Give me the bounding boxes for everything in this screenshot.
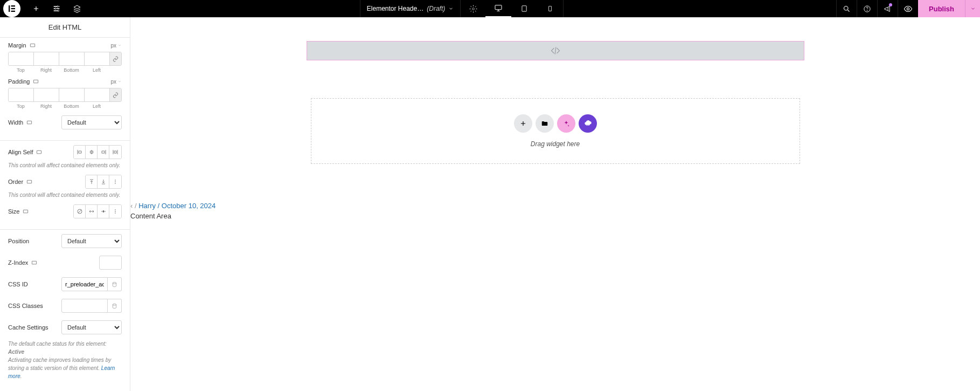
layers-icon [73, 4, 81, 13]
notification-dot [889, 3, 892, 6]
eye-icon [903, 4, 913, 13]
svg-point-16 [907, 8, 909, 10]
elementor-icon [7, 4, 17, 13]
svg-point-12 [550, 10, 551, 11]
top-bar: Elementor Heade… (Draft) Publish [0, 0, 980, 17]
svg-rect-3 [11, 11, 16, 12]
gear-icon [469, 5, 477, 13]
add-element-button[interactable] [26, 0, 46, 17]
whats-new-button[interactable] [877, 0, 898, 17]
help-icon [863, 5, 871, 13]
desktop-icon [494, 4, 503, 12]
preview-button[interactable] [898, 0, 918, 17]
mobile-icon [547, 4, 553, 13]
document-status: (Draft) [427, 5, 445, 12]
svg-rect-1 [11, 5, 16, 6]
help-button[interactable] [857, 0, 877, 17]
chevron-down-icon [448, 6, 454, 11]
page-settings-button[interactable] [463, 0, 483, 17]
device-tablet[interactable] [511, 0, 537, 17]
svg-point-7 [472, 8, 474, 10]
sliders-icon [52, 4, 61, 13]
svg-point-15 [867, 10, 867, 10]
structure-button[interactable] [67, 0, 87, 17]
device-desktop[interactable] [485, 0, 511, 17]
chevron-down-icon [970, 6, 976, 11]
tablet-icon [520, 4, 528, 13]
responsive-devices [485, 0, 564, 17]
svg-rect-8 [495, 5, 502, 10]
device-mobile[interactable] [537, 0, 563, 17]
svg-point-10 [524, 10, 525, 11]
svg-rect-0 [9, 5, 10, 12]
publish-button[interactable]: Publish [918, 0, 965, 17]
publish-options-button[interactable] [965, 0, 980, 17]
finder-button[interactable] [836, 0, 857, 17]
svg-rect-2 [11, 8, 16, 9]
document-name: Elementor Heade… [367, 5, 423, 12]
site-settings-button[interactable] [46, 0, 67, 17]
document-title[interactable]: Elementor Heade… (Draft) [360, 0, 461, 17]
elementor-logo[interactable] [3, 0, 20, 17]
search-icon [843, 5, 851, 13]
plus-icon [32, 5, 40, 12]
svg-point-13 [844, 6, 849, 10]
